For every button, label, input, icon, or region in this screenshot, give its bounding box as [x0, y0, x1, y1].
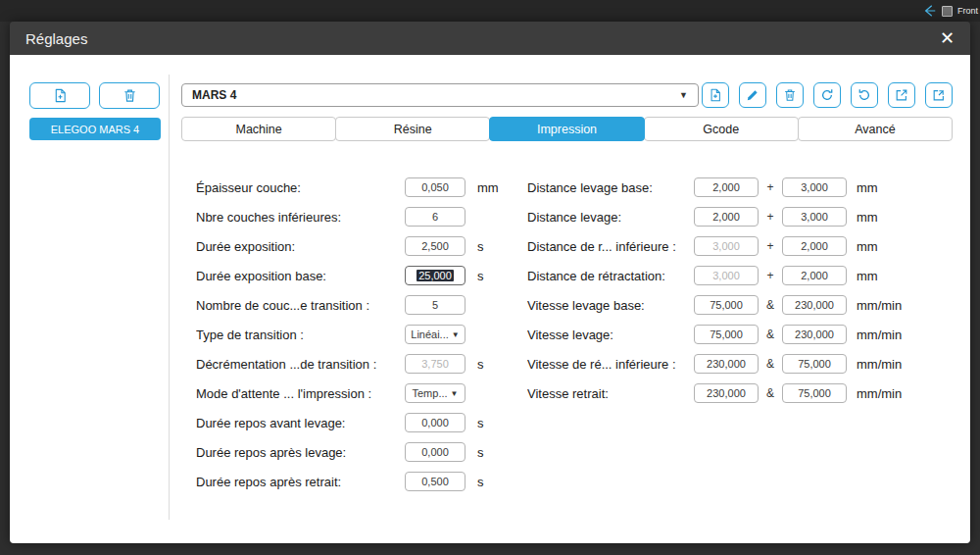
setting-input-secondary[interactable]: 230,000 [782, 325, 847, 344]
setting-input-secondary[interactable]: 75,000 [782, 354, 847, 374]
export-profile-button[interactable] [888, 82, 915, 108]
setting-row: Distance levage base: 2,000 + 3,000 mm [527, 173, 902, 202]
setting-input-secondary[interactable]: 2,000 [782, 236, 847, 256]
close-icon[interactable]: ✕ [940, 29, 955, 47]
setting-value: 3,000 [712, 270, 740, 281]
tab-impression[interactable]: Impression [489, 117, 644, 141]
setting-row: Durée repos après retrait: 0,500 s [196, 467, 527, 496]
delete-printer-button[interactable] [99, 82, 160, 109]
profile-dropdown[interactable]: MARS 4 ▼ [181, 83, 699, 107]
setting-input-primary[interactable]: 230,000 [694, 383, 759, 403]
setting-unit: s [477, 445, 484, 460]
setting-unit: mm [857, 210, 878, 225]
edit-profile-button[interactable] [739, 82, 766, 108]
tab-machine[interactable]: Machine [181, 117, 336, 141]
setting-label: Mode d'attente ... l'impression : [196, 386, 405, 401]
setting-input-primary[interactable]: 3,000 [694, 236, 759, 256]
setting-row: Durée repos avant levage: 0,000 s [196, 408, 527, 437]
setting-input-primary[interactable]: 2,000 [694, 177, 759, 197]
setting-input-secondary[interactable]: 3,000 [782, 177, 847, 197]
setting-label: Distance de r... inférieure : [527, 239, 694, 254]
trash-icon [783, 88, 797, 102]
setting-unit: s [477, 239, 484, 254]
delete-profile-button[interactable] [776, 82, 804, 108]
restore-defaults-button[interactable] [851, 82, 878, 108]
setting-value: 0,050 [421, 181, 449, 193]
setting-input-primary[interactable]: 3,000 [694, 266, 759, 285]
tab-resine[interactable]: Résine [335, 117, 490, 141]
setting-value: 0,500 [421, 476, 449, 487]
settings-dialog: Réglages ✕ [10, 22, 970, 543]
setting-input[interactable]: 25,000 [405, 266, 466, 285]
setting-input[interactable]: 0,000 [405, 413, 466, 432]
setting-row: Décrémentation ...de transition : 3,750 … [196, 349, 527, 378]
setting-row: Distance de r... inférieure : 3,000 + 2,… [527, 231, 902, 261]
setting-select[interactable]: Linéai... ▼ [405, 325, 466, 344]
setting-input[interactable]: 0,000 [405, 442, 466, 462]
export-icon [895, 88, 908, 102]
setting-row: Distance de rétractation: 3,000 + 2,000 … [527, 261, 902, 290]
setting-input-primary[interactable]: 75,000 [694, 325, 759, 344]
add-printer-button[interactable] [29, 82, 90, 109]
setting-value: Temp... [413, 387, 448, 399]
tab-avance[interactable]: Avancé [798, 117, 953, 141]
setting-unit: s [477, 475, 484, 489]
setting-unit: s [477, 416, 484, 430]
setting-input[interactable]: 3,750 [405, 354, 466, 374]
chevron-down-icon: ▼ [679, 90, 688, 100]
setting-label: Durée repos avant levage: [196, 416, 405, 430]
setting-unit: mm [857, 269, 878, 283]
setting-row: Durée repos après levage: 0,000 s [196, 437, 527, 467]
pencil-icon [746, 88, 760, 102]
setting-value: 2,000 [801, 270, 828, 281]
setting-row: Nbre couches inférieures: 6 [196, 202, 527, 231]
tabs: MachineRésineImpressionGcodeAvancé [181, 117, 953, 141]
setting-label: Décrémentation ...de transition : [196, 357, 405, 372]
setting-unit: mm [857, 180, 878, 195]
settings-form: Épaisseur couche: 0,050 mm Nbre couches … [181, 173, 953, 496]
setting-value: 3,000 [712, 240, 740, 252]
setting-input[interactable]: 0,050 [405, 177, 466, 197]
tab-label: Avancé [855, 123, 895, 136]
printer-sidebar: ELEGOO MARS 4 [10, 55, 169, 543]
setting-value: 75,000 [710, 299, 743, 311]
setting-input[interactable]: 0,500 [405, 472, 466, 491]
tab-label: Gcode [703, 123, 739, 136]
setting-row: Type de transition : Linéai... ▼ [196, 320, 527, 349]
form-column-right: Distance levage base: 2,000 + 3,000 mm D… [527, 173, 902, 496]
setting-label: Durée repos après retrait: [196, 475, 405, 489]
setting-input[interactable]: 5 [405, 295, 466, 315]
setting-label: Distance de rétractation: [527, 269, 694, 283]
tab-label: Impression [537, 123, 597, 136]
setting-value: 2,500 [421, 240, 449, 252]
setting-input-secondary[interactable]: 75,000 [782, 383, 847, 403]
setting-value: 230,000 [707, 358, 746, 370]
setting-value: 25,000 [416, 270, 454, 281]
setting-input-primary[interactable]: 75,000 [694, 295, 759, 315]
setting-select[interactable]: Temp... ▼ [405, 383, 466, 403]
refresh-profile-button[interactable] [813, 82, 841, 108]
setting-input[interactable]: 6 [405, 207, 466, 227]
printer-item-elegoo-mars-4[interactable]: ELEGOO MARS 4 [29, 118, 161, 140]
import-profile-button[interactable] [925, 82, 953, 108]
value-separator: & [759, 298, 782, 312]
setting-value: Linéai... [411, 328, 449, 340]
tab-gcode[interactable]: Gcode [644, 117, 799, 141]
setting-value: 0,000 [421, 417, 449, 429]
tab-label: Machine [235, 123, 281, 136]
profile-dropdown-value: MARS 4 [192, 88, 236, 102]
setting-label: Distance levage: [527, 210, 694, 225]
new-profile-button[interactable] [702, 82, 729, 108]
setting-input-primary[interactable]: 2,000 [694, 207, 759, 227]
setting-input-secondary[interactable]: 2,000 [782, 266, 847, 285]
setting-input[interactable]: 2,500 [405, 236, 466, 256]
setting-value: 230,000 [707, 387, 746, 399]
setting-unit: mm/min [857, 386, 902, 401]
setting-input-secondary[interactable]: 3,000 [782, 207, 847, 227]
setting-row: Nombre de couc...e transition : 5 [196, 290, 527, 320]
setting-row: Mode d'attente ... l'impression : Temp..… [196, 378, 527, 408]
trash-icon [122, 88, 137, 103]
setting-value: 230,000 [795, 299, 834, 311]
setting-input-secondary[interactable]: 230,000 [782, 295, 847, 315]
setting-input-primary[interactable]: 230,000 [694, 354, 759, 374]
